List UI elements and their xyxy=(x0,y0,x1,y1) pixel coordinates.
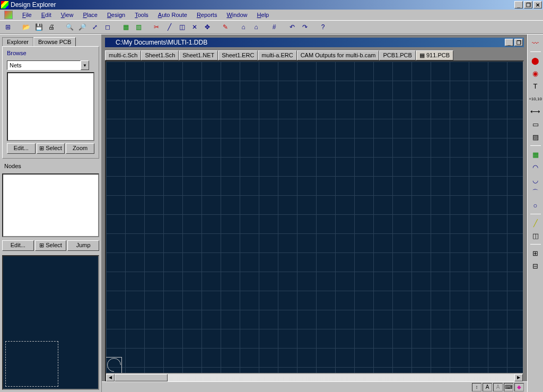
close-button[interactable]: ✕ xyxy=(533,1,542,8)
rt-line-icon[interactable]: ╱ xyxy=(530,217,541,228)
scroll-thumb[interactable] xyxy=(115,374,168,381)
component-icon[interactable]: ▦ xyxy=(120,22,132,32)
scroll-track[interactable] xyxy=(115,374,514,381)
main-titlebar: Design Explorer _ ❐ ✕ xyxy=(0,0,543,10)
rt-text-icon[interactable]: T xyxy=(530,81,541,91)
grid-icon[interactable]: # xyxy=(268,22,280,32)
rt-arc1-icon[interactable]: ◠ xyxy=(530,162,541,172)
status-keyboard-icon[interactable]: ⌨ xyxy=(504,383,513,391)
doc-maximize-button[interactable]: ❐ xyxy=(514,39,523,46)
browse-icon[interactable]: ▥ xyxy=(133,22,144,32)
tab-explorer[interactable]: Explorer xyxy=(2,37,33,46)
doc-titlebar: C:\My Documents\MULTI-1.DDB _ ❐ xyxy=(105,38,524,47)
jump-button[interactable]: Jump xyxy=(67,240,99,251)
rt-arc3-icon[interactable]: ⌒ xyxy=(530,187,541,198)
menu-window[interactable]: Window xyxy=(222,11,251,19)
rt-coord-icon[interactable]: +10,10 xyxy=(530,93,541,104)
doc-tab-0[interactable]: multi-c.Sch xyxy=(105,50,141,60)
zoom-in-icon[interactable]: 🔍 xyxy=(64,22,75,32)
deselect-icon[interactable]: ✕ xyxy=(189,22,200,32)
rt-rect-icon[interactable]: ▭ xyxy=(530,119,541,129)
help-icon[interactable]: ? xyxy=(317,22,329,32)
rt-array-icon[interactable]: ⊞ xyxy=(530,248,541,258)
zoom-button[interactable]: Zoom xyxy=(66,143,94,154)
menu-file[interactable]: File xyxy=(18,11,36,19)
rt-arc2-icon[interactable]: ◡ xyxy=(530,175,541,185)
menubar: File Edit View Place Design Tools Auto R… xyxy=(0,10,543,20)
edit-button[interactable]: Edit... xyxy=(7,143,36,154)
rt-track-icon[interactable]: 〰 xyxy=(530,38,541,48)
cut-icon[interactable]: ✂ xyxy=(151,22,162,32)
zoom-fit-icon[interactable]: ⤢ xyxy=(89,22,101,32)
rt-dim-icon[interactable]: ⟷ xyxy=(530,106,541,117)
menu-design[interactable]: Design xyxy=(103,11,129,19)
tab-browse-pcb[interactable]: Browse PCB xyxy=(33,37,76,46)
doc-tabs: multi-c.Sch Sheet1.Sch Sheet1.NET Sheet1… xyxy=(105,50,524,60)
status-arrow-icon[interactable]: ↕ xyxy=(472,383,481,391)
menu-tools[interactable]: Tools xyxy=(130,11,153,19)
rt-via-icon[interactable]: ◉ xyxy=(530,68,541,79)
nets-dropdown[interactable]: Nets ▼ xyxy=(7,60,89,70)
rt-region-icon[interactable]: ◫ xyxy=(530,230,541,241)
rt-comp-icon[interactable]: ▦ xyxy=(530,149,541,160)
doc-tab-6[interactable]: PCB1.PCB xyxy=(379,50,415,60)
menu-place[interactable]: Place xyxy=(78,11,102,19)
zoom-region-icon[interactable]: ◻ xyxy=(102,22,113,32)
zoom-out-icon[interactable]: 🔎 xyxy=(76,22,88,32)
preview-box xyxy=(2,255,99,390)
maximize-button[interactable]: ❐ xyxy=(524,1,532,8)
pcb-canvas[interactable] xyxy=(106,62,523,373)
lib2-icon[interactable]: ⌂ xyxy=(250,22,262,32)
menu-edit[interactable]: Edit xyxy=(37,11,56,19)
menu-autoroute[interactable]: Auto Route xyxy=(154,11,191,19)
select2-button[interactable]: ⊞ Select xyxy=(35,240,67,251)
tree-icon[interactable]: ⊞ xyxy=(2,22,14,32)
edit2-button[interactable]: Edit... xyxy=(2,240,34,251)
right-toolbar: 〰 ⬤ ◉ T +10,10 ⟷ ▭ ▨ ▦ ◠ ◡ ⌒ ○ ╱ ◫ ⊞ ⊟ xyxy=(527,34,543,392)
dropdown-arrow-icon[interactable]: ▼ xyxy=(81,60,89,70)
undo-icon[interactable]: ↶ xyxy=(286,22,298,32)
redo-icon[interactable]: ↷ xyxy=(299,22,311,32)
doc-tab-4[interactable]: multi-a.ERC xyxy=(258,50,296,60)
preview-viewport xyxy=(5,341,58,387)
print-icon[interactable]: 🖨 xyxy=(46,22,57,32)
rt-fill-icon[interactable]: ▨ xyxy=(530,132,541,142)
main-toolbar: ⊞ 📂 💾 🖨 🔍 🔎 ⤢ ◻ ▦ ▥ ✂ ╱ ◫ ✕ ✥ ✎ ⌂ ⌂ # ↶ … xyxy=(0,20,543,34)
nodes-listbox[interactable] xyxy=(2,173,99,237)
status-a2[interactable]: A xyxy=(493,383,503,391)
statusbar: ↕ A A ⌨ ◆ xyxy=(102,381,527,392)
doc-tab-7[interactable]: ▦ 911.PCB xyxy=(416,50,453,60)
doc-tab-5[interactable]: CAM Outputs for multi-b.cam xyxy=(297,50,380,60)
menu-reports[interactable]: Reports xyxy=(192,11,222,19)
rt-split-icon[interactable]: ⊟ xyxy=(530,260,541,271)
menu-view[interactable]: View xyxy=(57,11,78,19)
save-icon[interactable]: 💾 xyxy=(33,22,45,32)
nets-listbox[interactable] xyxy=(7,72,94,141)
doc-tab-1[interactable]: Sheet1.Sch xyxy=(141,50,179,60)
doc-minimize-button[interactable]: _ xyxy=(505,39,513,46)
horizontal-scrollbar[interactable]: ◀ ▶ xyxy=(106,373,523,381)
status-book-icon[interactable]: ◆ xyxy=(514,383,524,391)
app-title: Design Explorer xyxy=(11,1,514,8)
origin-marker xyxy=(106,357,122,373)
rt-pad-icon[interactable]: ⬤ xyxy=(530,55,541,66)
left-panel: Explorer Browse PCB Browse Nets ▼ Edit..… xyxy=(0,34,102,392)
minimize-button[interactable]: _ xyxy=(514,1,523,8)
move-icon[interactable]: ✥ xyxy=(202,22,213,32)
wire-icon[interactable]: ╱ xyxy=(163,22,175,32)
browse-group-label: Browse xyxy=(5,49,97,59)
lib-icon[interactable]: ⌂ xyxy=(238,22,249,32)
open-icon[interactable]: 📂 xyxy=(20,22,32,32)
highlight-icon[interactable]: ✎ xyxy=(220,22,231,32)
rt-circle-icon[interactable]: ○ xyxy=(530,200,541,211)
scroll-left-icon[interactable]: ◀ xyxy=(106,374,115,381)
select-button[interactable]: ⊞ Select xyxy=(37,143,65,154)
select-rect-icon[interactable]: ◫ xyxy=(176,22,188,32)
nodes-label: Nodes xyxy=(0,161,101,171)
scroll-right-icon[interactable]: ▶ xyxy=(514,374,523,381)
menu-help[interactable]: Help xyxy=(253,11,274,19)
doc-tab-3[interactable]: Sheet1.ERC xyxy=(218,50,258,60)
doc-tab-2[interactable]: Sheet1.NET xyxy=(179,50,218,60)
status-a1[interactable]: A xyxy=(483,383,492,391)
nets-dropdown-value[interactable]: Nets xyxy=(7,60,81,70)
